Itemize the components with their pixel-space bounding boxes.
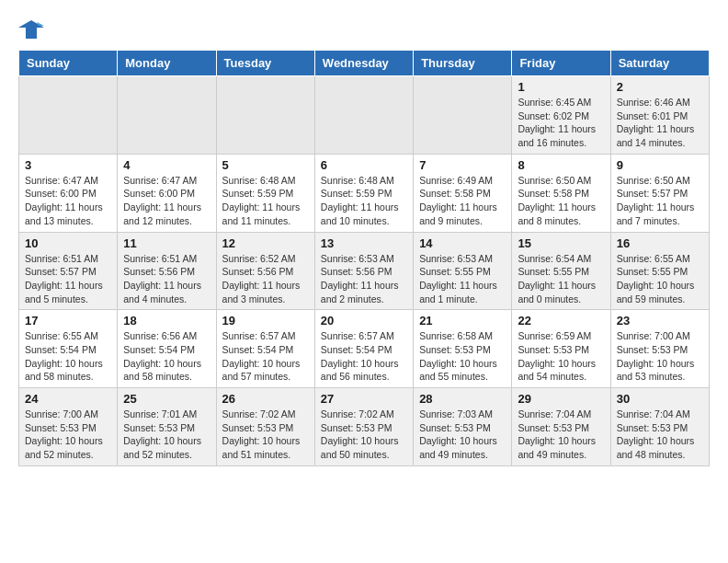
- calendar-cell: 8Sunrise: 6:50 AM Sunset: 5:58 PM Daylig…: [512, 154, 610, 232]
- day-number: 2: [617, 80, 703, 94]
- calendar-cell: 25Sunrise: 7:01 AM Sunset: 5:53 PM Dayli…: [118, 388, 216, 466]
- weekday-header-wednesday: Wednesday: [314, 51, 413, 76]
- calendar-week-row: 10Sunrise: 6:51 AM Sunset: 5:57 PM Dayli…: [19, 232, 710, 310]
- day-detail: Sunrise: 6:52 AM Sunset: 5:56 PM Dayligh…: [222, 252, 309, 306]
- calendar-cell: 18Sunrise: 6:56 AM Sunset: 5:54 PM Dayli…: [118, 310, 216, 388]
- day-number: 14: [419, 236, 506, 250]
- calendar-cell: [314, 76, 413, 155]
- weekday-header-saturday: Saturday: [610, 51, 709, 76]
- day-number: 1: [518, 80, 604, 94]
- day-number: 8: [518, 158, 604, 172]
- calendar-cell: 13Sunrise: 6:53 AM Sunset: 5:56 PM Dayli…: [314, 232, 413, 310]
- day-number: 11: [123, 236, 210, 250]
- calendar-cell: 12Sunrise: 6:52 AM Sunset: 5:56 PM Dayli…: [216, 232, 314, 310]
- day-number: 15: [518, 236, 604, 250]
- calendar-cell: 3Sunrise: 6:47 AM Sunset: 6:00 PM Daylig…: [19, 154, 118, 232]
- day-number: 7: [419, 158, 506, 172]
- day-number: 20: [321, 314, 407, 327]
- calendar-cell: 19Sunrise: 6:57 AM Sunset: 5:54 PM Dayli…: [216, 310, 314, 388]
- day-detail: Sunrise: 6:53 AM Sunset: 5:55 PM Dayligh…: [419, 252, 506, 306]
- calendar-cell: 15Sunrise: 6:54 AM Sunset: 5:55 PM Dayli…: [512, 232, 610, 310]
- day-detail: Sunrise: 7:02 AM Sunset: 5:53 PM Dayligh…: [321, 408, 407, 462]
- day-detail: Sunrise: 7:04 AM Sunset: 5:53 PM Dayligh…: [518, 408, 604, 462]
- calendar-cell: 10Sunrise: 6:51 AM Sunset: 5:57 PM Dayli…: [19, 232, 118, 310]
- calendar-cell: 21Sunrise: 6:58 AM Sunset: 5:53 PM Dayli…: [414, 310, 512, 388]
- calendar-week-row: 3Sunrise: 6:47 AM Sunset: 6:00 PM Daylig…: [19, 154, 710, 232]
- calendar-cell: 4Sunrise: 6:47 AM Sunset: 6:00 PM Daylig…: [118, 154, 216, 232]
- calendar-cell: 29Sunrise: 7:04 AM Sunset: 5:53 PM Dayli…: [512, 388, 610, 466]
- day-number: 24: [25, 392, 111, 406]
- day-number: 28: [419, 392, 506, 406]
- calendar-cell: 9Sunrise: 6:50 AM Sunset: 5:57 PM Daylig…: [610, 154, 709, 232]
- calendar-cell: 2Sunrise: 6:46 AM Sunset: 6:01 PM Daylig…: [610, 76, 709, 155]
- calendar-cell: 20Sunrise: 6:57 AM Sunset: 5:54 PM Dayli…: [314, 310, 413, 388]
- calendar-cell: [414, 76, 512, 155]
- day-detail: Sunrise: 6:47 AM Sunset: 6:00 PM Dayligh…: [123, 174, 210, 228]
- calendar-cell: 23Sunrise: 7:00 AM Sunset: 5:53 PM Dayli…: [610, 310, 709, 388]
- calendar-cell: 24Sunrise: 7:00 AM Sunset: 5:53 PM Dayli…: [19, 388, 118, 466]
- day-number: 26: [222, 392, 309, 406]
- day-number: 10: [25, 236, 111, 250]
- day-detail: Sunrise: 6:56 AM Sunset: 5:54 PM Dayligh…: [123, 329, 210, 384]
- day-number: 23: [617, 314, 703, 327]
- day-detail: Sunrise: 6:50 AM Sunset: 5:58 PM Dayligh…: [518, 174, 604, 228]
- day-number: 9: [617, 158, 703, 172]
- svg-marker-0: [18, 20, 44, 39]
- day-detail: Sunrise: 6:50 AM Sunset: 5:57 PM Dayligh…: [617, 174, 703, 228]
- calendar-cell: 16Sunrise: 6:55 AM Sunset: 5:55 PM Dayli…: [610, 232, 709, 310]
- calendar-cell: [216, 76, 314, 155]
- calendar-cell: 5Sunrise: 6:48 AM Sunset: 5:59 PM Daylig…: [216, 154, 314, 232]
- day-number: 25: [123, 392, 210, 406]
- day-detail: Sunrise: 6:57 AM Sunset: 5:54 PM Dayligh…: [222, 329, 309, 384]
- calendar-cell: 26Sunrise: 7:02 AM Sunset: 5:53 PM Dayli…: [216, 388, 314, 466]
- day-detail: Sunrise: 6:48 AM Sunset: 5:59 PM Dayligh…: [222, 174, 309, 228]
- day-detail: Sunrise: 6:45 AM Sunset: 6:02 PM Dayligh…: [518, 96, 604, 150]
- weekday-header-monday: Monday: [118, 51, 216, 76]
- day-number: 18: [123, 314, 210, 327]
- day-number: 21: [419, 314, 506, 327]
- calendar-cell: 1Sunrise: 6:45 AM Sunset: 6:02 PM Daylig…: [512, 76, 610, 155]
- weekday-header-row: SundayMondayTuesdayWednesdayThursdayFrid…: [19, 51, 710, 76]
- calendar-week-row: 1Sunrise: 6:45 AM Sunset: 6:02 PM Daylig…: [19, 76, 710, 155]
- day-number: 12: [222, 236, 309, 250]
- calendar-cell: 27Sunrise: 7:02 AM Sunset: 5:53 PM Dayli…: [314, 388, 413, 466]
- day-detail: Sunrise: 7:03 AM Sunset: 5:53 PM Dayligh…: [419, 408, 506, 462]
- calendar-week-row: 24Sunrise: 7:00 AM Sunset: 5:53 PM Dayli…: [19, 388, 710, 466]
- day-detail: Sunrise: 6:48 AM Sunset: 5:59 PM Dayligh…: [321, 174, 407, 228]
- calendar-cell: 7Sunrise: 6:49 AM Sunset: 5:58 PM Daylig…: [414, 154, 512, 232]
- calendar-cell: 22Sunrise: 6:59 AM Sunset: 5:53 PM Dayli…: [512, 310, 610, 388]
- calendar-cell: 17Sunrise: 6:55 AM Sunset: 5:54 PM Dayli…: [19, 310, 118, 388]
- weekday-header-friday: Friday: [512, 51, 610, 76]
- day-number: 5: [222, 158, 309, 172]
- logo-bird-icon: [18, 18, 44, 40]
- weekday-header-sunday: Sunday: [19, 51, 118, 76]
- weekday-header-thursday: Thursday: [414, 51, 512, 76]
- day-detail: Sunrise: 6:53 AM Sunset: 5:56 PM Dayligh…: [321, 252, 407, 306]
- calendar-cell: [19, 76, 118, 155]
- day-number: 4: [123, 158, 210, 172]
- calendar-cell: 14Sunrise: 6:53 AM Sunset: 5:55 PM Dayli…: [414, 232, 512, 310]
- day-number: 17: [25, 314, 111, 327]
- day-detail: Sunrise: 6:51 AM Sunset: 5:56 PM Dayligh…: [123, 252, 210, 306]
- day-detail: Sunrise: 6:58 AM Sunset: 5:53 PM Dayligh…: [419, 329, 506, 384]
- calendar-cell: 28Sunrise: 7:03 AM Sunset: 5:53 PM Dayli…: [414, 388, 512, 466]
- calendar-cell: 11Sunrise: 6:51 AM Sunset: 5:56 PM Dayli…: [118, 232, 216, 310]
- calendar-table: SundayMondayTuesdayWednesdayThursdayFrid…: [18, 50, 710, 466]
- day-detail: Sunrise: 6:55 AM Sunset: 5:55 PM Dayligh…: [617, 252, 703, 306]
- day-detail: Sunrise: 6:54 AM Sunset: 5:55 PM Dayligh…: [518, 252, 604, 306]
- day-detail: Sunrise: 6:51 AM Sunset: 5:57 PM Dayligh…: [25, 252, 111, 306]
- day-detail: Sunrise: 6:46 AM Sunset: 6:01 PM Dayligh…: [617, 96, 703, 150]
- day-detail: Sunrise: 7:04 AM Sunset: 5:53 PM Dayligh…: [617, 408, 703, 462]
- day-number: 13: [321, 236, 407, 250]
- day-detail: Sunrise: 7:01 AM Sunset: 5:53 PM Dayligh…: [123, 408, 210, 462]
- day-number: 27: [321, 392, 407, 406]
- day-detail: Sunrise: 6:55 AM Sunset: 5:54 PM Dayligh…: [25, 329, 111, 384]
- day-detail: Sunrise: 6:49 AM Sunset: 5:58 PM Dayligh…: [419, 174, 506, 228]
- day-detail: Sunrise: 7:02 AM Sunset: 5:53 PM Dayligh…: [222, 408, 309, 462]
- day-number: 29: [518, 392, 604, 406]
- page-header: [18, 18, 710, 40]
- calendar-cell: 30Sunrise: 7:04 AM Sunset: 5:53 PM Dayli…: [610, 388, 709, 466]
- logo: [18, 18, 46, 40]
- calendar-cell: 6Sunrise: 6:48 AM Sunset: 5:59 PM Daylig…: [314, 154, 413, 232]
- day-number: 22: [518, 314, 604, 327]
